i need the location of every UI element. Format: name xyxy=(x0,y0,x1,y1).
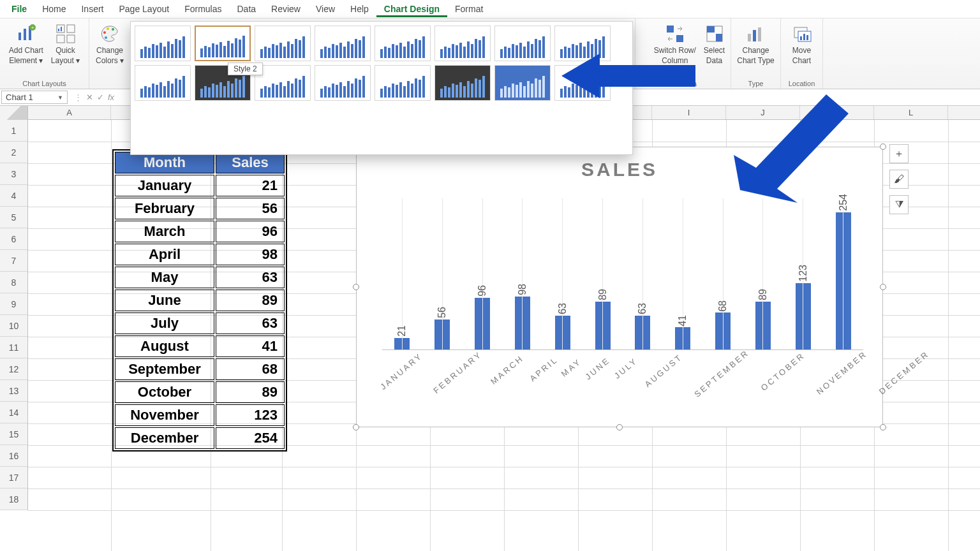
row-header[interactable]: 9 xyxy=(0,293,27,315)
cell-sales[interactable]: 254 xyxy=(216,427,285,449)
chart-styles-gallery[interactable]: Style 2 xyxy=(130,21,633,155)
row-header[interactable]: 12 xyxy=(0,358,27,380)
resize-handle[interactable] xyxy=(353,424,359,430)
resize-handle[interactable] xyxy=(880,143,886,150)
select-data-button[interactable]: Select Data xyxy=(700,21,729,68)
formula-dropdown-icon[interactable]: ⋮ xyxy=(74,92,82,102)
cell-sales[interactable]: 89 xyxy=(216,290,285,311)
row-header[interactable]: 13 xyxy=(0,380,27,402)
add-chart-element-button[interactable]: + Add Chart Element ▾ xyxy=(5,21,47,68)
chart-style-thumb[interactable] xyxy=(375,65,431,101)
resize-handle[interactable] xyxy=(353,284,359,290)
row-header[interactable]: 18 xyxy=(0,489,27,510)
chart-style-thumb[interactable] xyxy=(494,26,551,61)
cell-sales[interactable]: 68 xyxy=(216,358,285,380)
cell-month[interactable]: April xyxy=(115,244,214,265)
row-header[interactable]: 6 xyxy=(0,228,27,250)
chart-style-thumb[interactable] xyxy=(255,65,311,101)
chart-style-thumb[interactable] xyxy=(255,26,311,61)
chart-side-buttons: ＋ 🖌 ⧩ xyxy=(889,144,909,214)
row-header[interactable]: 7 xyxy=(0,250,27,272)
col-header[interactable]: I xyxy=(652,106,726,119)
chart-style-thumb[interactable] xyxy=(135,65,191,101)
col-header[interactable]: L xyxy=(874,106,948,119)
chart-styles-button[interactable]: 🖌 xyxy=(889,170,909,189)
row-header[interactable]: 14 xyxy=(0,402,27,423)
cancel-icon[interactable]: ✕ xyxy=(86,92,93,102)
change-chart-type-button[interactable]: Change Chart Type xyxy=(733,21,778,68)
tab-view[interactable]: View xyxy=(308,1,343,17)
cell-month[interactable]: November xyxy=(115,404,214,426)
tab-insert[interactable]: Insert xyxy=(73,1,111,17)
change-colors-button[interactable]: Change Colors ▾ xyxy=(92,21,128,68)
chart-style-thumb[interactable] xyxy=(315,26,371,61)
chart-style-thumb[interactable] xyxy=(375,26,431,61)
tab-chart-design[interactable]: Chart Design xyxy=(376,1,447,17)
cell-month[interactable]: February xyxy=(115,198,214,219)
tab-format[interactable]: Format xyxy=(447,1,491,17)
annotation-arrow-chart xyxy=(721,94,849,216)
tab-help[interactable]: Help xyxy=(343,1,376,17)
enter-icon[interactable]: ✓ xyxy=(97,92,104,102)
chart-style-thumb[interactable] xyxy=(494,65,551,101)
cell-sales[interactable]: 89 xyxy=(216,381,285,403)
row-header[interactable]: 3 xyxy=(0,163,27,185)
cell-month[interactable]: December xyxy=(115,427,214,449)
cell-sales[interactable]: 56 xyxy=(216,198,285,219)
cell-sales[interactable]: 41 xyxy=(216,335,285,357)
chart-style-thumb[interactable]: Style 2 xyxy=(195,26,251,61)
chart-style-thumb[interactable] xyxy=(135,26,191,61)
row-header[interactable]: 10 xyxy=(0,315,27,337)
table-row: October89 xyxy=(115,381,285,403)
row-header[interactable]: 11 xyxy=(0,337,27,358)
name-box[interactable]: Chart 1 ▼ xyxy=(1,91,68,104)
chart-style-thumb[interactable] xyxy=(315,65,371,101)
fx-icon[interactable]: fx xyxy=(108,92,114,102)
resize-handle[interactable] xyxy=(880,284,886,290)
cell-month[interactable]: January xyxy=(115,175,214,196)
tab-file[interactable]: File xyxy=(4,1,34,17)
cell-month[interactable]: May xyxy=(115,267,214,288)
resize-handle[interactable] xyxy=(616,424,623,430)
cell-month[interactable]: March xyxy=(115,221,214,242)
table-header-month: Month xyxy=(115,152,214,173)
cell-month[interactable]: September xyxy=(115,358,214,380)
tab-review[interactable]: Review xyxy=(264,1,308,17)
quick-layout-icon xyxy=(56,24,76,44)
svg-rect-9 xyxy=(58,29,59,31)
row-header[interactable]: 17 xyxy=(0,467,27,489)
cell-sales[interactable]: 123 xyxy=(216,404,285,426)
row-header[interactable]: 5 xyxy=(0,207,27,228)
cell-sales[interactable]: 63 xyxy=(216,312,285,334)
tab-formulas[interactable]: Formulas xyxy=(177,1,229,17)
cell-sales[interactable]: 21 xyxy=(216,175,285,196)
cell-month[interactable]: July xyxy=(115,312,214,334)
chart-style-thumb[interactable] xyxy=(434,26,491,61)
resize-handle[interactable] xyxy=(880,424,886,430)
row-header[interactable]: 8 xyxy=(0,272,27,293)
chart-filter-button[interactable]: ⧩ xyxy=(889,195,909,214)
chart-style-thumb[interactable] xyxy=(434,65,491,101)
row-header[interactable]: 4 xyxy=(0,185,27,207)
row-header[interactable]: 15 xyxy=(0,423,27,445)
move-chart-button[interactable]: Move Chart xyxy=(788,21,816,68)
tab-data[interactable]: Data xyxy=(229,1,264,17)
cell-sales[interactable]: 98 xyxy=(216,244,285,265)
chart-elements-button[interactable]: ＋ xyxy=(889,144,909,163)
tab-page-layout[interactable]: Page Layout xyxy=(112,1,177,17)
chart-data-label: 96 xyxy=(477,285,488,297)
row-header[interactable]: 16 xyxy=(0,445,27,467)
quick-layout-button[interactable]: Quick Layout ▾ xyxy=(47,21,84,68)
table-header-sales: Sales xyxy=(216,152,285,173)
cell-sales[interactable]: 96 xyxy=(216,221,285,242)
row-header[interactable]: 1 xyxy=(0,120,27,142)
col-header[interactable]: A xyxy=(28,106,111,119)
select-all-cell[interactable] xyxy=(0,106,28,120)
cell-month[interactable]: June xyxy=(115,290,214,311)
cell-sales[interactable]: 63 xyxy=(216,267,285,288)
row-header[interactable]: 2 xyxy=(0,142,27,163)
cell-month[interactable]: August xyxy=(115,335,214,357)
name-box-dropdown-icon[interactable]: ▼ xyxy=(57,94,63,101)
tab-home[interactable]: Home xyxy=(34,1,73,17)
cell-month[interactable]: October xyxy=(115,381,214,403)
